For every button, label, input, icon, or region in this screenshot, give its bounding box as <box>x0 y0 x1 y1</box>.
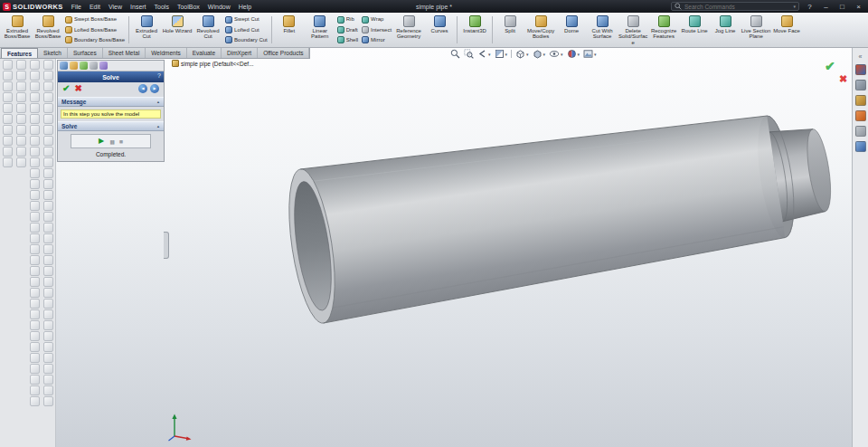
search-dropdown-icon[interactable]: ▾ <box>793 4 796 9</box>
play-button[interactable]: ▶ <box>99 138 104 145</box>
dropdown-caret-icon[interactable]: ▾ <box>488 52 491 57</box>
toolbar-icon[interactable] <box>43 81 53 91</box>
toolbar-icon[interactable] <box>43 190 53 200</box>
toolbar-icon[interactable] <box>30 212 40 222</box>
toolbar-icon[interactable] <box>30 81 40 91</box>
toolbar-icon[interactable] <box>43 277 53 287</box>
toolbar-icon[interactable] <box>43 168 53 178</box>
custom-properties-icon[interactable] <box>855 141 866 152</box>
toolbar-icon[interactable] <box>43 233 53 243</box>
toolbar-icon[interactable] <box>30 179 40 189</box>
toolbar-icon[interactable] <box>30 147 40 157</box>
toolbar-icon[interactable] <box>30 136 40 146</box>
toolbar-icon[interactable] <box>30 125 40 135</box>
toolbar-icon[interactable] <box>3 81 13 91</box>
panel-help-icon[interactable]: ? <box>157 72 161 79</box>
tab-office-products[interactable]: Office Products <box>258 48 309 58</box>
menu-view[interactable]: View <box>108 4 122 10</box>
ribbon-button-swept-cut[interactable]: Swept Cut <box>225 14 268 24</box>
help-button[interactable]: ? <box>804 3 816 11</box>
toolbar-icon[interactable] <box>16 71 26 81</box>
dimxpert-manager-tab-icon[interactable] <box>80 62 88 70</box>
display-manager-tab-icon[interactable] <box>90 62 98 70</box>
ribbon-button-revolved-cut[interactable]: Revolved Cut <box>193 14 223 46</box>
toolbar-icon[interactable] <box>43 71 53 81</box>
toolbar-icon[interactable] <box>30 223 40 233</box>
ribbon-button-instant3d[interactable]: Instant3D <box>459 14 490 46</box>
menu-file[interactable]: File <box>71 4 81 10</box>
tab-features[interactable]: Features <box>1 48 38 58</box>
zoom-to-fit-button[interactable] <box>450 49 460 59</box>
message-group-header[interactable]: Message ▲ <box>58 97 164 107</box>
ribbon-button-intersect[interactable]: Intersect <box>362 24 392 34</box>
toolbar-icon[interactable] <box>30 255 40 265</box>
toolbar-icon[interactable] <box>43 342 53 352</box>
tab-evaluate[interactable]: Evaluate <box>187 48 222 58</box>
toolbar-icon[interactable] <box>43 244 53 254</box>
toolbar-icon[interactable] <box>43 157 53 167</box>
display-style-button[interactable]: ▾ <box>533 49 546 59</box>
toolbar-icon[interactable] <box>43 60 53 70</box>
apply-scene-button[interactable]: ▾ <box>583 49 597 59</box>
cancel-x-icon[interactable]: ✖ <box>74 84 81 93</box>
solve-group-header[interactable]: Solve ▲ <box>58 121 164 131</box>
toolbar-icon[interactable] <box>43 255 53 265</box>
edit-appearance-button[interactable]: ▾ <box>567 49 580 59</box>
toolbar-icon[interactable] <box>30 353 40 363</box>
dropdown-caret-icon[interactable]: ▾ <box>505 52 508 57</box>
toolbar-icon[interactable] <box>30 157 40 167</box>
ribbon-button-draft[interactable]: Draft <box>337 24 358 34</box>
toolbar-icon[interactable] <box>43 201 53 211</box>
search-input[interactable] <box>684 4 790 10</box>
ribbon-button-extruded-cut[interactable]: Extruded Cut <box>131 14 162 46</box>
toolbar-icon[interactable] <box>43 309 53 319</box>
toolbar-icon[interactable] <box>3 60 13 70</box>
toolbar-icon[interactable] <box>43 385 53 395</box>
toolbar-icon[interactable] <box>30 71 40 81</box>
ribbon-button-live-section-plane[interactable]: Live Section Plane <box>741 14 771 46</box>
ribbon-button-curves[interactable]: Curves <box>424 14 455 46</box>
dropdown-caret-icon[interactable]: ▾ <box>526 52 529 57</box>
ribbon-button-hole-wizard[interactable]: Hole Wizard <box>162 14 193 46</box>
toolbar-icon[interactable] <box>30 364 40 374</box>
ribbon-button-swept-boss[interactable]: Swept Boss/Base <box>65 14 125 24</box>
toolbar-icon[interactable] <box>16 114 26 124</box>
confirm-ok-icon[interactable]: ✔ <box>825 59 835 73</box>
ribbon-button-revolved-boss[interactable]: Revolved Boss/Base <box>33 14 63 46</box>
ribbon-button-extruded-boss[interactable]: Extruded Boss/Base <box>2 14 33 46</box>
hide-show-items-button[interactable]: ▾ <box>549 49 563 59</box>
toolbar-icon[interactable] <box>30 190 40 200</box>
toolbar-icon[interactable] <box>30 309 40 319</box>
ribbon-button-dome[interactable]: Dome <box>556 14 587 46</box>
ribbon-button-fillet[interactable]: Fillet <box>274 14 305 46</box>
toolbar-icon[interactable] <box>16 157 26 167</box>
toolbar-icon[interactable] <box>3 92 13 102</box>
toolbar-icon[interactable] <box>3 147 13 157</box>
menu-edit[interactable]: Edit <box>90 4 100 10</box>
zoom-to-area-button[interactable] <box>464 49 474 59</box>
ribbon-button-wrap[interactable]: Wrap <box>362 14 392 24</box>
nav-back-button[interactable]: ◀ <box>138 84 147 93</box>
menu-toolbox[interactable]: ToolBox <box>177 4 200 10</box>
menu-insert[interactable]: Insert <box>130 4 146 10</box>
toolbar-icon[interactable] <box>16 136 26 146</box>
confirm-cancel-icon[interactable]: ✖ <box>839 73 847 85</box>
dropdown-caret-icon[interactable]: ▾ <box>578 52 580 57</box>
feature-tree-root[interactable]: simple pipe (Default<<Def... <box>172 60 254 67</box>
appearances-scenes-icon[interactable] <box>855 126 866 137</box>
toolbar-icon[interactable] <box>30 342 40 352</box>
tab-weldments[interactable]: Weldments <box>146 48 186 58</box>
ribbon-button-boundary-cut[interactable]: Boundary Cut <box>225 35 268 45</box>
toolbar-icon[interactable] <box>43 103 53 113</box>
configuration-manager-tab-icon[interactable] <box>70 62 78 70</box>
ribbon-button-linear-pattern[interactable]: Linear Pattern <box>305 14 335 46</box>
toolbar-icon[interactable] <box>16 81 26 91</box>
collapse-chevron-icon[interactable]: ▲ <box>156 124 160 128</box>
toolbar-icon[interactable] <box>30 92 40 102</box>
ok-check-icon[interactable]: ✔ <box>62 84 70 93</box>
toolbar-icon[interactable] <box>3 125 13 135</box>
toolbar-icon[interactable] <box>3 136 13 146</box>
pause-button[interactable]: ▮▮ <box>109 138 114 145</box>
toolbar-icon[interactable] <box>3 71 13 81</box>
toolbar-icon[interactable] <box>16 60 26 70</box>
